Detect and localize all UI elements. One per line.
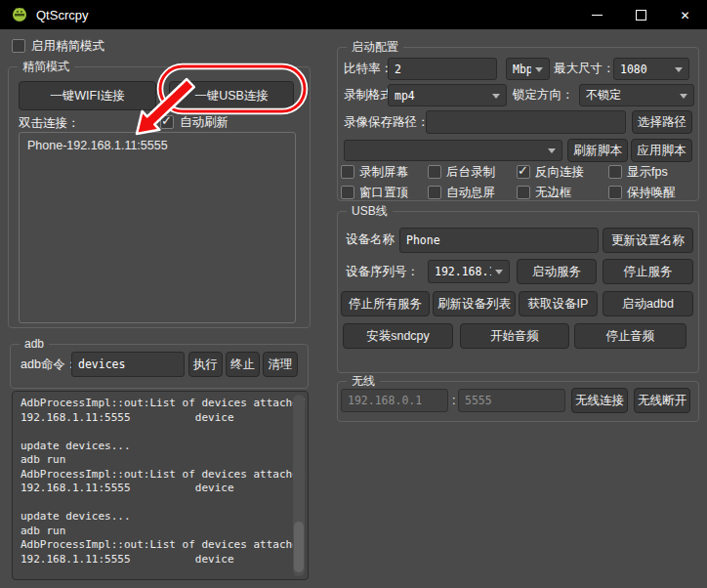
refresh-script-button[interactable]: 刷新脚本	[567, 139, 628, 162]
option-label: 窗口置顶	[359, 186, 408, 199]
option-checkbox[interactable]: 无边框	[517, 186, 608, 199]
start-adbd-button[interactable]: 启动adbd	[603, 291, 693, 316]
close-button[interactable]	[663, 0, 707, 29]
wireless-disconnect-button[interactable]: 无线断开	[634, 388, 690, 413]
checkbox-box[interactable]	[160, 115, 174, 129]
bitrate-unit-select[interactable]: Mbps	[506, 58, 550, 80]
usb-group-title: USB线	[347, 204, 393, 219]
wireless-group-title: 无线	[347, 374, 380, 389]
bitrate-unit-value: Mbps	[513, 63, 531, 76]
record-format-value: mp4	[395, 89, 415, 103]
checkbox-box[interactable]	[341, 186, 354, 199]
wireless-ip-input[interactable]: 192.168.0.1	[341, 389, 448, 412]
record-path-label: 录像保存路径：	[344, 115, 430, 129]
config-options: 录制屏幕 后台录制 反向连接 显示fps	[341, 165, 694, 199]
option-checkbox[interactable]: 保持唤醒	[608, 186, 693, 199]
option-checkbox[interactable]: 后台录制	[428, 165, 517, 179]
close-icon	[680, 6, 689, 23]
wireless-port-input[interactable]: 5555	[458, 389, 565, 412]
device-serial-label: 设备序列号：	[346, 265, 419, 278]
device-list-item[interactable]: Phone-192.168.1.11:5555	[27, 138, 287, 154]
bitrate-input[interactable]: 2	[388, 58, 497, 80]
option-checkbox[interactable]: 录制屏幕	[341, 165, 428, 179]
checkbox-box[interactable]	[608, 186, 622, 199]
option-label: 无边框	[535, 186, 572, 199]
checkbox-box[interactable]	[428, 165, 441, 179]
record-format-select[interactable]: mp4	[388, 84, 507, 106]
bitrate-label: 比特率：	[344, 62, 393, 75]
maximize-icon	[636, 10, 646, 21]
wireless-group: 无线 192.168.0.1 : 5555 无线连接 无线断开	[337, 381, 699, 422]
adb-clear-button[interactable]: 清理	[263, 352, 298, 377]
log-scrollbar-thumb[interactable]	[294, 522, 304, 572]
caption-buttons	[575, 0, 707, 29]
option-label: 后台录制	[446, 165, 495, 179]
option-label: 显示fps	[627, 165, 668, 179]
get-device-ip-button[interactable]: 获取设备IP	[519, 291, 598, 316]
device-list[interactable]: Phone-192.168.1.11:5555	[19, 132, 296, 323]
app-icon	[12, 7, 27, 22]
checkbox-box[interactable]	[517, 186, 530, 199]
ip-port-separator: :	[452, 394, 455, 407]
option-checkbox[interactable]: 显示fps	[608, 165, 693, 179]
stop-audio-button[interactable]: 停止音频	[574, 323, 686, 349]
start-audio-button[interactable]: 开始音频	[460, 323, 569, 349]
apply-script-button[interactable]: 应用脚本	[631, 139, 692, 162]
refresh-device-list-button[interactable]: 刷新设备列表	[433, 291, 516, 316]
max-size-select[interactable]: 1080	[613, 58, 689, 80]
option-label: 录制屏幕	[359, 165, 408, 179]
max-size-value: 1080	[620, 63, 647, 76]
adb-command-label: adb命令：	[21, 357, 77, 371]
device-name-label: 设备名称：	[346, 232, 407, 246]
start-service-button[interactable]: 启动服务	[517, 259, 597, 284]
launch-config-group-title: 启动配置	[347, 40, 403, 55]
option-label: 自动息屏	[446, 186, 495, 199]
device-serial-select[interactable]: 192.168.1.11:5555	[428, 260, 510, 283]
script-select[interactable]	[344, 140, 562, 161]
maximize-button[interactable]	[619, 0, 663, 29]
option-checkbox[interactable]: 窗口置顶	[341, 186, 428, 199]
max-size-label: 最大尺寸：	[554, 62, 615, 75]
stop-service-button[interactable]: 停止服务	[603, 259, 693, 284]
title-bar: QtScrcpy	[0, 0, 707, 29]
option-checkbox[interactable]: 自动息屏	[428, 186, 517, 199]
double-click-connect-label: 双击连接：	[19, 116, 80, 130]
option-label: 保持唤醒	[627, 186, 676, 199]
checkbox-box[interactable]	[341, 165, 354, 179]
log-scrollbar[interactable]	[293, 395, 305, 576]
adb-execute-button[interactable]: 执行	[188, 352, 223, 377]
simple-mode-group: 精简模式 一键WIFI连接 一键USB连接 双击连接： 自动刷新 Phone-1…	[8, 66, 311, 328]
option-checkbox[interactable]: 反向连接	[517, 165, 608, 179]
wireless-connect-button[interactable]: 无线连接	[571, 388, 628, 413]
option-label: 反向连接	[535, 165, 584, 179]
launch-config-group: 启动配置 比特率： 2 Mbps 最大尺寸： 1080 录制格式： mp4 锁定…	[337, 47, 699, 201]
checkbox-box[interactable]	[12, 39, 25, 53]
update-name-button[interactable]: 更新设置名称	[603, 228, 693, 253]
enable-simple-mode-checkbox[interactable]: 启用精简模式	[12, 39, 104, 53]
qtscrcpy-window: QtScrcpy 启用精简模式 精简模式 一键WIFI连接 一键USB连接 双击…	[0, 0, 707, 588]
choose-path-button[interactable]: 选择路径	[632, 110, 692, 134]
enable-simple-mode-label: 启用精简模式	[31, 39, 104, 53]
adb-log-text: AdbProcessImpl::out:List of devices atta…	[13, 392, 308, 571]
checkbox-box[interactable]	[608, 165, 622, 179]
lock-orientation-label: 锁定方向：	[513, 88, 574, 102]
install-sndcpy-button[interactable]: 安装sndcpy	[343, 323, 453, 349]
adb-command-input[interactable]: devices	[71, 352, 185, 377]
adb-log-output[interactable]: AdbProcessImpl::out:List of devices atta…	[12, 391, 309, 580]
usb-group: USB线 设备名称： Phone 更新设置名称 设备序列号： 192.168.1…	[337, 211, 699, 373]
adb-terminate-button[interactable]: 终止	[226, 352, 260, 377]
minimize-icon	[592, 15, 603, 16]
checkbox-box[interactable]	[428, 186, 441, 199]
minimize-button[interactable]	[575, 0, 619, 29]
adb-group: adb adb命令： devices 执行 终止 清理	[10, 344, 309, 389]
device-serial-value: 192.168.1.11:5555	[435, 265, 491, 278]
lock-orientation-select[interactable]: 不锁定	[579, 84, 694, 106]
stop-all-services-button[interactable]: 停止所有服务	[341, 291, 430, 316]
auto-refresh-label: 自动刷新	[180, 115, 229, 129]
wifi-connect-button[interactable]: 一键WIFI连接	[19, 81, 156, 110]
usb-connect-button[interactable]: 一键USB连接	[169, 81, 294, 110]
auto-refresh-checkbox[interactable]: 自动刷新	[160, 115, 229, 129]
device-name-input[interactable]: Phone	[399, 228, 599, 253]
checkbox-box[interactable]	[517, 165, 530, 179]
record-path-input[interactable]	[426, 110, 626, 134]
